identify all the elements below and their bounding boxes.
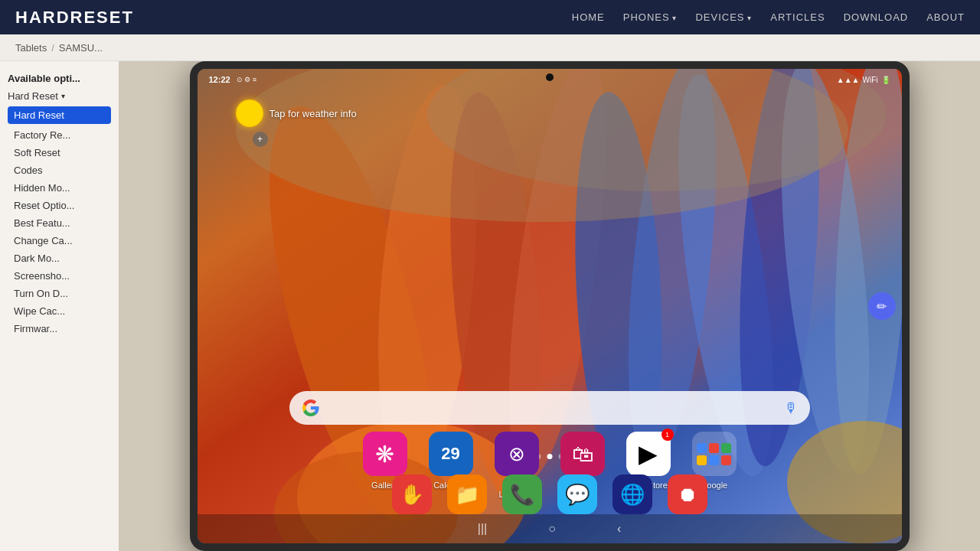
sidebar-item-wipe-cache[interactable]: Wipe Cac... <box>8 303 111 319</box>
status-icons: ⊙ ⚙ ≡ <box>237 76 256 83</box>
recents-button[interactable]: ||| <box>478 522 487 536</box>
sidebar-item-change-camera[interactable]: Change Ca... <box>8 233 111 249</box>
sidebar-item-soft-reset[interactable]: Soft Reset <box>8 145 111 161</box>
gallery-icon: ❋ <box>375 441 394 468</box>
battery-icon: 🔋 <box>881 76 890 84</box>
google-dot-red2 <box>721 455 731 465</box>
breadcrumb-tablets[interactable]: Tablets <box>15 42 47 54</box>
messages-icon: 💬 <box>565 483 590 507</box>
dock-files[interactable]: 📁 <box>447 474 487 514</box>
phone-icon: 📞 <box>510 483 534 507</box>
pencil-icon: ✏ <box>877 299 887 314</box>
weather-icon <box>236 99 263 127</box>
calendar-icon: 29 <box>441 444 459 464</box>
sidebar-dropdown[interactable]: Hard Reset ▾ <box>8 90 111 102</box>
sidebar-item-dark-mode[interactable]: Dark Mo... <box>8 250 111 266</box>
main-content: 12:22 ⊙ ⚙ ≡ ▲▲▲ WiFi 🔋 + Tap for weather… <box>119 61 980 551</box>
play-store-badge: 1 <box>662 429 674 441</box>
dock-messages[interactable]: 💬 <box>557 474 597 514</box>
breadcrumb: Tablets / SAMSU... <box>0 34 980 61</box>
nav-about[interactable]: ABOUT <box>926 11 965 23</box>
nav-links: HOME PHONES DEVICES ARTICLES DOWNLOAD AB… <box>572 11 965 23</box>
papercup-icon: ✋ <box>400 483 424 507</box>
signal-icon: ▲▲▲ <box>837 76 860 84</box>
sidebar-item-reset-options[interactable]: Reset Optio... <box>8 197 111 214</box>
back-button[interactable]: ‹ <box>617 522 621 536</box>
add-widget-button[interactable]: + <box>253 132 268 147</box>
weather-text: Tap for weather info <box>270 108 357 119</box>
breadcrumb-separator: / <box>51 42 54 54</box>
files-icon: 📁 <box>455 483 479 507</box>
sidebar-item-hard-reset[interactable]: Hard Reset <box>8 106 111 124</box>
nav-phones[interactable]: PHONES <box>623 11 678 23</box>
google-dot-blue <box>697 443 707 453</box>
nav-articles[interactable]: ARTICLES <box>770 11 825 23</box>
google-dot-yellow <box>697 455 707 465</box>
sidebar-item-screenshot[interactable]: Screensho... <box>8 268 111 284</box>
sidebar-item-turn-on[interactable]: Turn On D... <box>8 285 111 302</box>
game-launcher-icon: ⊗ <box>508 442 525 466</box>
wifi-icon: WiFi <box>863 76 878 84</box>
sidebar-item-best-features[interactable]: Best Featu... <box>8 215 111 231</box>
home-button[interactable]: ○ <box>548 522 556 536</box>
dock-papercup[interactable]: ✋ <box>392 474 432 514</box>
nav-bar: ||| ○ ‹ <box>198 514 902 543</box>
front-camera <box>546 73 554 81</box>
site-logo: HARDRESET <box>15 8 134 28</box>
google-dot-blue2 <box>709 455 719 465</box>
search-bar[interactable]: 🎙 <box>289 391 810 425</box>
time-display: 12:22 <box>209 75 230 84</box>
galaxy-store-icon: 🛍 <box>572 442 593 467</box>
breadcrumb-device[interactable]: SAMSU... <box>59 42 103 54</box>
recorder-icon: ⏺ <box>678 483 697 507</box>
microphone-icon[interactable]: 🎙 <box>784 400 798 416</box>
nav-home[interactable]: HOME <box>572 11 605 23</box>
sidebar-item-factory-reset[interactable]: Factory Re... <box>8 127 111 143</box>
sidebar-item-codes[interactable]: Codes <box>8 162 111 178</box>
edit-fab-button[interactable]: ✏ <box>868 292 896 320</box>
sidebar-dropdown-label: Hard Reset <box>8 90 58 102</box>
browser-icon: 🌐 <box>620 483 645 507</box>
top-navigation: HARDRESET HOME PHONES DEVICES ARTICLES D… <box>0 0 980 34</box>
play-store-icon: ▶ <box>639 439 658 468</box>
chevron-down-icon: ▾ <box>61 92 65 100</box>
google-dot-green <box>721 443 731 453</box>
right-status: ▲▲▲ WiFi 🔋 <box>837 76 890 84</box>
sidebar-section-title: Available opti... <box>8 73 111 84</box>
dock-browser[interactable]: 🌐 <box>612 474 652 514</box>
sidebar-item-hidden-mode[interactable]: Hidden Mo... <box>8 180 111 196</box>
google-dot-red <box>709 443 719 453</box>
google-logo <box>302 399 320 417</box>
dock-recorder[interactable]: ⏺ <box>668 474 707 514</box>
tablet-screen: 12:22 ⊙ ⚙ ≡ ▲▲▲ WiFi 🔋 + Tap for weather… <box>198 69 902 543</box>
weather-widget[interactable]: + Tap for weather info <box>236 99 357 127</box>
nav-download[interactable]: DOWNLOAD <box>844 11 909 23</box>
sidebar: Available opti... Hard Reset ▾ Hard Rese… <box>0 61 119 551</box>
nav-devices[interactable]: DEVICES <box>695 11 752 23</box>
tablet-device: 12:22 ⊙ ⚙ ≡ ▲▲▲ WiFi 🔋 + Tap for weather… <box>190 61 910 551</box>
dock-apps: ✋ 📁 📞 💬 🌐 ⏺ <box>392 474 707 514</box>
dock-phone[interactable]: 📞 <box>502 474 542 514</box>
sidebar-item-firmware[interactable]: Firmwar... <box>8 321 111 337</box>
